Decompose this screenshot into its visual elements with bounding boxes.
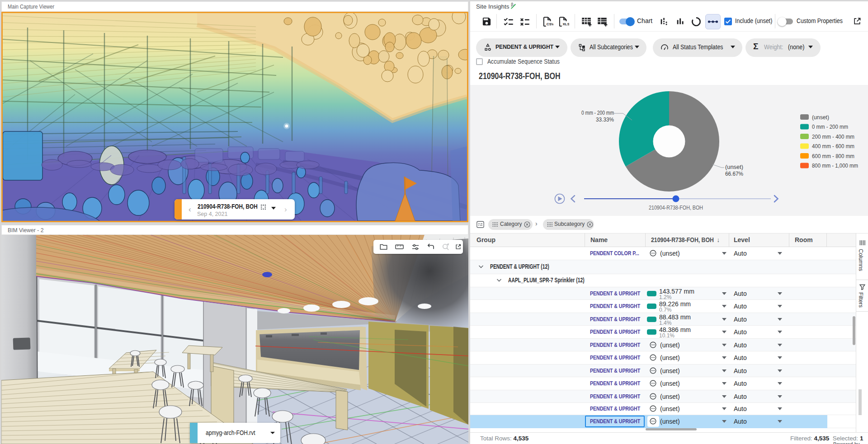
svg-text:(unset): (unset): [725, 164, 743, 170]
svg-text:0 mm - 200 mm: 0 mm - 200 mm: [581, 109, 614, 116]
svg-text:210904-R738-FOH, BOH: 210904-R738-FOH, BOH: [649, 204, 703, 211]
svg-text:600 mm - 800 mm: 600 mm - 800 mm: [812, 153, 854, 159]
svg-text:66.67%: 66.67%: [725, 170, 743, 177]
svg-text:33.33%: 33.33%: [596, 116, 614, 123]
svg-text:XLS: XLS: [562, 22, 569, 26]
svg-text:800 mm - 1,000 mm: 800 mm - 1,000 mm: [812, 162, 858, 169]
svg-text:200 mm - 400 mm: 200 mm - 400 mm: [812, 133, 854, 140]
svg-text:0 mm - 200 mm: 0 mm - 200 mm: [812, 123, 848, 130]
svg-text:(unset): (unset): [812, 114, 829, 121]
svg-text:400 mm - 600 mm: 400 mm - 600 mm: [812, 143, 854, 150]
svg-text:CSV: CSV: [547, 22, 553, 26]
